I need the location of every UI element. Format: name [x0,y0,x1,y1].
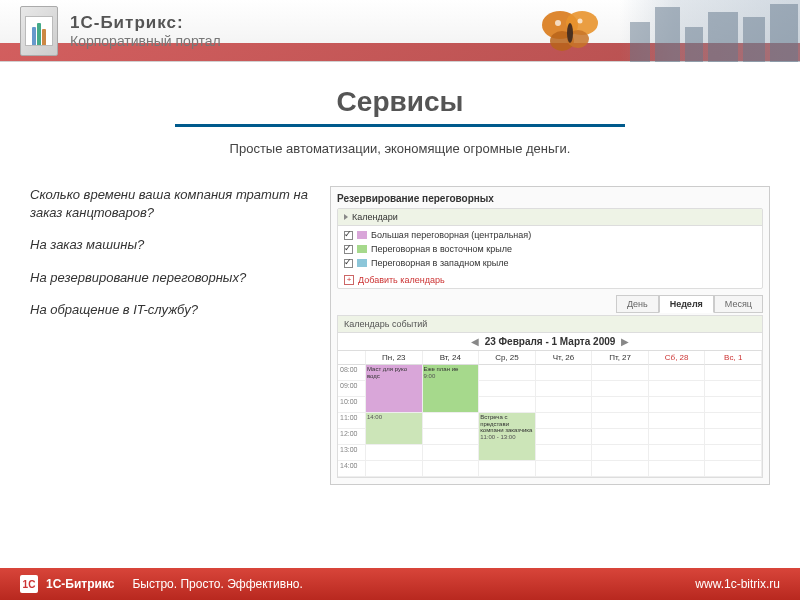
brand-title: 1С-Битрикс: [70,13,221,33]
calendar-cell[interactable] [592,445,649,461]
svg-point-4 [555,20,561,26]
events-title: Календарь событий [337,315,763,333]
calendar-cell[interactable] [592,429,649,445]
calendar-cell[interactable] [705,413,762,429]
calendar-cell[interactable] [592,365,649,381]
plus-icon: + [344,275,354,285]
tab-month[interactable]: Месяц [714,295,763,313]
calendar-event[interactable]: Маст для руко водс [366,365,422,412]
calendar-cell[interactable] [649,397,706,413]
calendar-cell[interactable] [366,445,423,461]
calendars-label: Календари [352,212,398,222]
calendar-cell[interactable] [705,397,762,413]
calendar-cell[interactable] [479,381,536,397]
calendar-cell[interactable] [705,461,762,477]
time-label: 08:00 [338,365,366,381]
day-header: Чт, 26 [536,351,593,365]
svg-point-6 [567,23,573,43]
footer-url: www.1c-bitrix.ru [695,577,780,591]
calendar-cell[interactable] [536,381,593,397]
calendar-cell[interactable] [649,429,706,445]
time-label: 13:00 [338,445,366,461]
product-box-icon [20,6,58,56]
date-navigator: ◀ 23 Февраля - 1 Марта 2009 ▶ [337,333,763,351]
calendar-cell[interactable] [649,413,706,429]
day-header: Вс, 1 [705,351,762,365]
cityscape-decoration [620,0,800,62]
calendar-cell[interactable] [705,381,762,397]
calendar-cell[interactable] [536,413,593,429]
calendar-item[interactable]: Переговорная в восточном крыле [342,242,758,256]
calendar-cell[interactable] [536,429,593,445]
question-text: На резервирование переговорных? [30,269,310,287]
calendar-cell[interactable] [423,445,480,461]
calendar-cell[interactable] [423,429,480,445]
calendar-panel-title: Резервирование переговорных [337,193,763,204]
calendar-color-swatch [357,259,367,267]
day-header: Ср, 25 [479,351,536,365]
calendar-event[interactable]: Встреча с представи компани заказчика11:… [479,413,535,460]
day-header: Вт, 24 [423,351,480,365]
time-label: 09:00 [338,381,366,397]
tab-day[interactable]: День [616,295,659,313]
add-calendar-link[interactable]: + Добавить календарь [338,272,762,288]
calendar-cell[interactable] [536,461,593,477]
time-label: 11:00 [338,413,366,429]
calendar-color-swatch [357,231,367,239]
day-header: Пн, 23 [366,351,423,365]
next-arrow-icon[interactable]: ▶ [621,336,629,347]
calendar-cell[interactable] [479,365,536,381]
calendar-cell[interactable] [423,413,480,429]
calendars-toggle[interactable]: Календари [338,209,762,226]
calendar-cell[interactable] [423,461,480,477]
time-label: 12:00 [338,429,366,445]
calendar-name: Переговорная в восточном крыле [371,244,512,254]
calendar-name: Переговорная в западном крыле [371,258,509,268]
calendar-cell[interactable] [705,365,762,381]
page-title: Сервисы [0,86,800,118]
butterfly-icon [530,5,610,60]
calendar-cell[interactable] [649,461,706,477]
calendar-cell[interactable] [479,461,536,477]
slide-header: 1С-Битрикс: Корпоративный портал [0,0,800,62]
calendar-cell[interactable] [592,461,649,477]
prev-arrow-icon[interactable]: ◀ [471,336,479,347]
calendar-cell[interactable] [649,365,706,381]
tab-week[interactable]: Неделя [659,295,714,313]
calendar-cell[interactable] [649,381,706,397]
calendar-cell[interactable] [479,397,536,413]
calendar-color-swatch [357,245,367,253]
time-label: 14:00 [338,461,366,477]
calendar-item[interactable]: Переговорная в западном крыле [342,256,758,270]
question-text: На обращение в IT-службу? [30,301,310,319]
checkbox-icon[interactable] [344,231,353,240]
slide-footer: 1C 1С-Битрикс Быстро. Просто. Эффективно… [0,568,800,600]
calendar-cell[interactable] [366,461,423,477]
calendar-name: Большая переговорная (центральная) [371,230,531,240]
add-calendar-label: Добавить календарь [358,275,445,285]
calendar-screenshot: Резервирование переговорных Календари Бо… [330,186,770,485]
footer-logo-icon: 1C [20,575,38,593]
time-label: 10:00 [338,397,366,413]
calendar-cell[interactable] [592,413,649,429]
calendar-cell[interactable] [536,365,593,381]
title-underline [175,124,625,127]
calendar-item[interactable]: Большая переговорная (центральная) [342,228,758,242]
calendar-event[interactable]: Еже план ие9:00 [423,365,479,412]
calendar-cell[interactable] [705,445,762,461]
date-range: 23 Февраля - 1 Марта 2009 [485,336,616,347]
calendar-event[interactable]: 14:00 [366,413,422,444]
calendar-cell[interactable] [536,445,593,461]
calendar-cell[interactable] [592,397,649,413]
calendar-cell[interactable] [649,445,706,461]
day-header: Сб, 28 [649,351,706,365]
question-text: Сколько времени ваша компания тратит на … [30,186,310,222]
calendar-cell[interactable] [705,429,762,445]
calendar-cell[interactable] [536,397,593,413]
svg-point-5 [578,19,583,24]
calendar-cell[interactable] [592,381,649,397]
footer-brand: 1С-Битрикс [46,577,114,591]
checkbox-icon[interactable] [344,245,353,254]
page-subtitle: Простые автоматизации, экономящие огромн… [0,141,800,156]
checkbox-icon[interactable] [344,259,353,268]
